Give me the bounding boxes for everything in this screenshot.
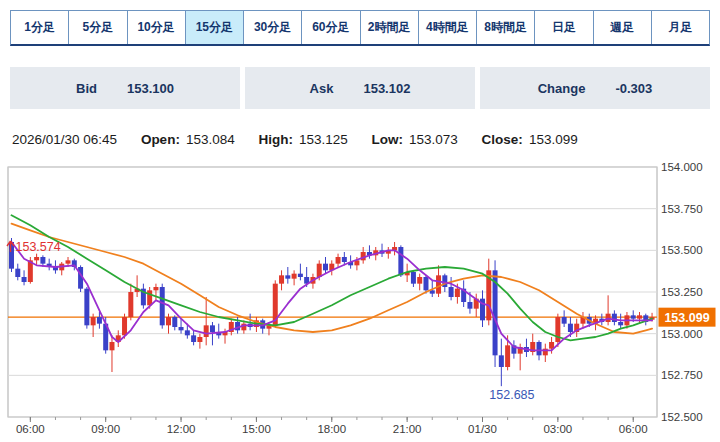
y-axis-label: 153.500 [661, 244, 703, 256]
candle-down [423, 277, 428, 290]
candle-down [285, 275, 290, 278]
low-value: 153.073 [409, 132, 458, 147]
timeframe-tab-6[interactable]: 2時間足 [361, 11, 419, 44]
candle-up [505, 345, 510, 367]
candle-down [618, 322, 623, 325]
timeframe-tabs: 1分足5分足10分足15分足30分足60分足2時間足4時間足8時間足日足週足月足 [10, 10, 710, 46]
y-axis-label: 153.250 [661, 286, 703, 298]
x-axis-label: 06:00 [16, 423, 45, 435]
x-axis-label: 21:00 [393, 423, 422, 435]
candle-up [417, 277, 422, 284]
candle-down [185, 330, 190, 335]
open-value: 153.084 [186, 132, 235, 147]
current-price-value: 153.099 [664, 311, 709, 325]
timeframe-tab-7[interactable]: 4時間足 [419, 11, 477, 44]
low-label: Low: [372, 132, 404, 147]
candle-down [22, 277, 27, 282]
candle-down [398, 247, 403, 275]
quote-bar: Bid 153.100 Ask 153.102 Change -0.303 [10, 67, 710, 109]
timeframe-tab-9[interactable]: 日足 [535, 11, 593, 44]
y-axis-label: 152.500 [661, 411, 703, 423]
y-axis-label: 154.000 [661, 161, 703, 173]
low-annotation: 152.685 [489, 388, 534, 402]
candle-datetime: 2026/01/30 06:45 [12, 132, 117, 147]
bid-cell: Bid 153.100 [10, 67, 240, 109]
candle-down [298, 274, 303, 277]
candle-down [179, 327, 184, 330]
candle-up [109, 342, 114, 350]
open-label: Open: [141, 132, 180, 147]
change-label: Change [538, 81, 586, 96]
timeframe-tab-2[interactable]: 10分足 [128, 11, 186, 44]
candle-down [562, 317, 567, 324]
candle-down [191, 335, 196, 342]
x-axis-label: 09:00 [91, 423, 120, 435]
fx-chart-page: 1分足5分足10分足15分足30分足60分足2時間足4時間足8時間足日足週足月足… [0, 0, 720, 442]
candle-down [499, 355, 504, 367]
candle-up [637, 315, 642, 318]
x-axis-label: 15:00 [242, 423, 271, 435]
timeframe-tab-8[interactable]: 8時間足 [477, 11, 535, 44]
timeframe-tab-11[interactable]: 月足 [652, 11, 709, 44]
candle-down [537, 342, 542, 355]
candle-up [317, 264, 322, 277]
candle-up [166, 317, 171, 325]
x-axis-label: 01/30 [468, 423, 497, 435]
candle-up [128, 292, 133, 317]
candle-down [612, 314, 617, 322]
candle-down [568, 324, 573, 332]
ohlc-info-line: 2026/01/30 06:45 Open:153.084 High:153.1… [12, 132, 578, 147]
timeframe-tab-10[interactable]: 週足 [594, 11, 652, 44]
candle-up [122, 317, 127, 335]
change-value: -0.303 [615, 81, 652, 96]
candle-down [84, 289, 89, 326]
timeframe-tab-0[interactable]: 1分足 [11, 11, 69, 44]
bid-label: Bid [76, 81, 97, 96]
candle-down [40, 257, 45, 264]
y-axis-label: 152.750 [661, 369, 703, 381]
ask-cell: Ask 153.102 [245, 67, 475, 109]
candle-up [279, 275, 284, 283]
candle-up [197, 337, 202, 342]
candle-up [292, 274, 297, 279]
y-axis-label: 153.000 [661, 328, 703, 340]
timeframe-tab-3[interactable]: 15分足 [186, 11, 244, 44]
x-axis-label: 12:00 [167, 423, 196, 435]
candle-down [467, 302, 472, 309]
timeframe-tab-1[interactable]: 5分足 [69, 11, 127, 44]
candlestick-chart[interactable]: 154.000153.750153.500153.250153.000152.7… [0, 156, 720, 442]
x-axis-label: 06:00 [619, 423, 648, 435]
candle-up [436, 275, 441, 293]
high-value: 153.125 [299, 132, 348, 147]
chart-svg: 154.000153.750153.500153.250153.000152.7… [0, 156, 720, 442]
x-axis-label: 03:00 [543, 423, 572, 435]
candle-down [97, 317, 102, 324]
candle-up [204, 325, 209, 337]
candle-up [147, 290, 152, 305]
candle-up [91, 317, 96, 325]
change-cell: Change -0.303 [480, 67, 710, 109]
candle-up [153, 287, 158, 290]
candle-down [449, 287, 454, 297]
high-label: High: [258, 132, 293, 147]
candle-up [455, 289, 460, 297]
candle-down [172, 317, 177, 327]
candle-down [411, 272, 416, 284]
bid-value: 153.100 [127, 81, 174, 96]
candle-up [34, 257, 39, 260]
candle-down [631, 315, 636, 318]
candle-up [336, 257, 341, 264]
close-value: 153.099 [529, 132, 578, 147]
close-label: Close: [482, 132, 523, 147]
timeframe-tab-5[interactable]: 60分足 [302, 11, 360, 44]
candle-down [323, 264, 328, 271]
y-axis-label: 153.750 [661, 203, 703, 215]
ask-label: Ask [310, 81, 334, 96]
candle-down [342, 257, 347, 262]
candle-down [160, 287, 165, 325]
x-axis-label: 18:00 [317, 423, 346, 435]
timeframe-tab-4[interactable]: 30分足 [244, 11, 302, 44]
candle-up [66, 260, 71, 263]
ask-value: 153.102 [363, 81, 410, 96]
candle-down [210, 325, 215, 332]
